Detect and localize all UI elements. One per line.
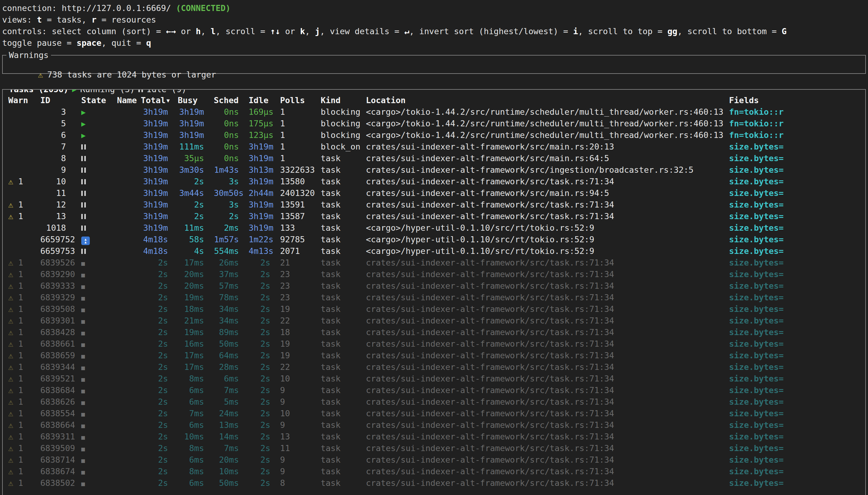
task-row-5[interactable]: 5▶3h19m3h19m0ns175µs1blocking<cargo>/tok… [3,118,865,130]
cell-total: 3h19m [141,130,178,141]
task-row-6838502[interactable]: ⚠ 16838502■2s6ms50ms2s8taskcrates/sui-in… [3,477,865,489]
cell-sched: 0ns [214,118,249,130]
cell-state: ■ [78,396,117,408]
column-header-state[interactable]: State [78,95,117,106]
cell-polls: 13591 [280,199,321,210]
cell-location: <cargo>/tokio-1.44.2/src/runtime/schedul… [366,130,729,141]
task-row-9[interactable]: 93h19m3m30s1m43s3h13m3322633taskcrates/s… [3,164,865,176]
cell-fields: size.bytes= [729,338,865,350]
cell-warn: ⚠ 1 [8,199,40,210]
cell-kind: task [321,408,366,419]
column-header-location[interactable]: Location [366,95,729,106]
task-row-11[interactable]: 113h19m3m44s30m50s2h44m2401320taskcrates… [3,187,865,199]
cell-busy: 3h19m [178,118,214,130]
cell-sched: 28ms [214,361,249,373]
task-row-6838626[interactable]: ⚠ 16838626■2s6ms5ms2s9taskcrates/sui-ind… [3,396,865,408]
column-header-kind[interactable]: Kind [321,95,366,106]
cell-total: 3h19m [141,141,178,153]
task-row-1018[interactable]: 10183h19m11ms2ms3h19m133task<cargo>/hype… [3,222,865,234]
task-row-6839301[interactable]: ⚠ 16839301■2s21ms34ms2s22taskcrates/sui-… [3,315,865,326]
cell-kind: task [321,303,366,315]
cell-state [78,245,117,257]
task-row-6659753[interactable]: 66597534m18s4s554ms4m13s2071task<cargo>/… [3,245,865,257]
column-header-busy[interactable]: Busy [178,95,214,106]
cell-location: crates/sui-indexer-alt-framework/src/tas… [366,466,729,477]
running-state-icon: ▶ [81,131,85,140]
task-row-6838554[interactable]: ⚠ 16838554■2s7ms24ms2s10taskcrates/sui-i… [3,408,865,419]
task-row-6839526[interactable]: ⚠ 16839526■2s17ms26ms2s21taskcrates/sui-… [3,257,865,269]
task-row-6839333[interactable]: ⚠ 16839333■2s20ms57ms2s23taskcrates/sui-… [3,280,865,292]
cell-sched: 20ms [214,454,249,466]
cell-id: 6838661 [40,338,78,350]
task-row-6838684[interactable]: ⚠ 16838684■2s6ms7ms2s9taskcrates/sui-ind… [3,385,865,396]
column-header-warn[interactable]: Warn [8,95,40,106]
cell-fields: size.bytes= [729,361,865,373]
task-row-6839329[interactable]: ⚠ 16839329■2s19ms78ms2s23taskcrates/sui-… [3,292,865,303]
cell-name [117,210,141,222]
cell-idle: 1m22s [249,234,280,245]
task-row-6839509[interactable]: ⚠ 16839509■2s8ms7ms2s11taskcrates/sui-in… [3,443,865,454]
idle-state-icon [81,199,86,210]
task-row-6[interactable]: 6▶3h19m3h19m0ns123µs1blocking<cargo>/tok… [3,130,865,141]
column-header-polls[interactable]: Polls [280,95,321,106]
task-row-6839508[interactable]: ⚠ 16839508■2s18ms34ms2s19taskcrates/sui-… [3,303,865,315]
cell-name [117,443,141,454]
task-row-6839344[interactable]: ⚠ 16839344■2s17ms28ms2s22taskcrates/sui-… [3,361,865,373]
cell-fields: size.bytes= [729,315,865,326]
completed-state-icon: ■ [81,445,85,453]
cell-state [78,210,117,222]
cell-kind: task [321,443,366,454]
column-header-fields[interactable]: Fields [729,95,865,106]
task-row-6838661[interactable]: ⚠ 16838661■2s16ms50ms2s19taskcrates/sui-… [3,338,865,350]
cell-fields: size.bytes= [729,466,865,477]
cell-warn [8,118,40,130]
task-row-8[interactable]: 83h19m35µs0ns3h19m1taskcrates/sui-indexe… [3,153,865,164]
cell-polls: 19 [280,350,321,361]
cell-kind: task [321,199,366,210]
cell-total: 4m18s [141,234,178,245]
cell-busy: 11ms [178,222,214,234]
task-row-3[interactable]: 3▶3h19m3h19m0ns169µs1blocking<cargo>/tok… [3,106,865,118]
task-row-6838714[interactable]: ⚠ 16838714■2s6ms20ms2s9taskcrates/sui-in… [3,454,865,466]
task-row-6839290[interactable]: ⚠ 16839290■2s20ms37ms2s23taskcrates/sui-… [3,269,865,280]
cell-fields: size.bytes= [729,326,865,338]
column-header-sched[interactable]: Sched [214,95,249,106]
column-header-id[interactable]: ID [40,95,78,106]
cell-fields: size.bytes= [729,222,865,234]
cell-warn: ⚠ 1 [8,431,40,443]
completed-state-icon: ■ [81,364,85,371]
cell-total: 2s [141,466,178,477]
task-row-6659752[interactable]: 6659752▲▲4m18s58s1m57s1m22s92785task<car… [3,234,865,245]
column-header-total[interactable]: Total▾ [141,95,178,106]
cell-total: 2s [141,338,178,350]
cell-name [117,141,141,153]
task-row-6838428[interactable]: ⚠ 16838428■2s19ms89ms2s18taskcrates/sui-… [3,326,865,338]
warning-icon: ⚠ [8,200,13,209]
warnings-panel: Warnings ⚠738 tasks are 1024 bytes or la… [2,55,866,74]
cell-id: 13 [40,210,78,222]
task-row-13[interactable]: ⚠ 1133h19m2s2s3h19m13587taskcrates/sui-i… [3,210,865,222]
task-row-7[interactable]: 73h19m111ms0ns3h19m1block_oncrates/sui-i… [3,141,865,153]
cell-state [78,176,117,187]
task-row-10[interactable]: ⚠ 1103h19m2s3s3h19m13580taskcrates/sui-i… [3,176,865,187]
cell-warn [8,164,40,176]
completed-state-icon: ■ [81,329,85,337]
cell-busy: 17ms [178,257,214,269]
task-row-6839311[interactable]: ⚠ 16839311■2s10ms14ms2s13taskcrates/sui-… [3,431,865,443]
task-row-6838659[interactable]: ⚠ 16838659■2s17ms64ms2s19taskcrates/sui-… [3,350,865,361]
cell-kind: task [321,269,366,280]
task-row-12[interactable]: ⚠ 1123h19m2s3s3h19m13591taskcrates/sui-i… [3,199,865,210]
cell-sched: 78ms [214,292,249,303]
tasks-box-title: Tasks (2056) ▶ Running (3) Idle (9) [6,89,189,96]
cell-busy: 16ms [178,338,214,350]
column-header-idle[interactable]: Idle [249,95,280,106]
cell-idle: 169µs [249,106,280,118]
cell-sched: 2s [214,210,249,222]
task-row-6839521[interactable]: ⚠ 16839521■2s8ms6ms2s10taskcrates/sui-in… [3,373,865,385]
column-header-name[interactable]: Name [117,95,141,106]
cell-warn: ⚠ 1 [8,454,40,466]
task-row-6838674[interactable]: ⚠ 16838674■2s8ms10ms2s9taskcrates/sui-in… [3,466,865,477]
sort-descending-icon: ▾ [166,96,170,105]
task-row-6838664[interactable]: ⚠ 16838664■2s6ms13ms2s9taskcrates/sui-in… [3,419,865,431]
cell-warn [8,234,40,245]
